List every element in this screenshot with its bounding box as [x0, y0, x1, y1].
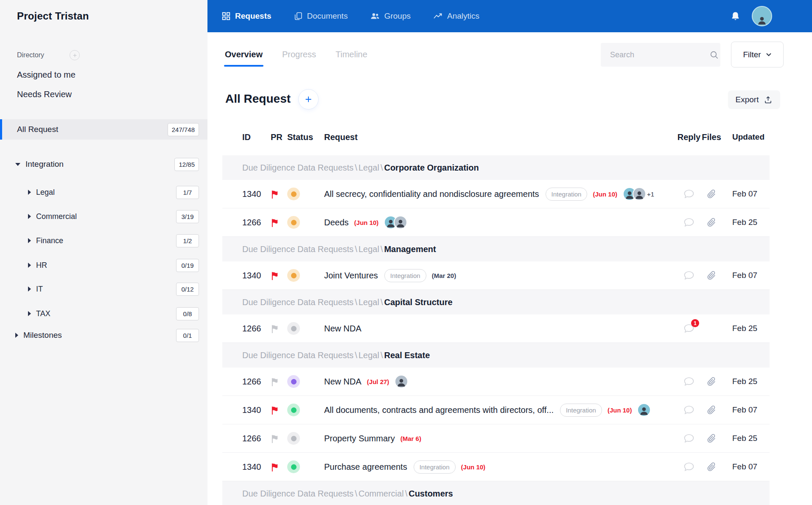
status-dot[interactable] — [287, 432, 300, 445]
tree-arrow-icon[interactable] — [15, 333, 18, 338]
paperclip-icon — [706, 376, 717, 387]
tree-arrow-icon[interactable] — [28, 238, 31, 243]
attachment-icon[interactable] — [706, 376, 717, 387]
attachment-icon[interactable] — [706, 270, 717, 281]
sidebar-item-count-badge: 0/12 — [176, 283, 199, 296]
paperclip-icon — [706, 462, 717, 472]
status-dot[interactable] — [287, 375, 300, 388]
group-row[interactable]: Due Diligence Data Requests\Legal\Manage… — [222, 237, 770, 261]
table-row[interactable]: 1266 Deeds (Jun 10) Feb 25 — [222, 208, 770, 237]
sidebar-item-tax[interactable]: TAX 0/8 — [0, 303, 207, 324]
attachment-icon[interactable] — [706, 405, 717, 415]
priority-flag-icon[interactable] — [271, 324, 280, 333]
tree-arrow-icon[interactable] — [28, 311, 31, 316]
sidebar-item-it[interactable]: IT 0/12 — [0, 278, 207, 300]
table-row[interactable]: 1340 All secrecy, confidentiality and no… — [222, 180, 770, 208]
priority-flag-icon[interactable] — [271, 377, 280, 386]
status-dot[interactable] — [287, 188, 300, 200]
reply-icon[interactable] — [683, 189, 694, 199]
nav-item-analytics[interactable]: Analytics — [433, 11, 479, 21]
sidebar-item-count-badge: 1/2 — [176, 234, 199, 247]
nav-item-requests[interactable]: Requests — [221, 11, 272, 21]
reply-icon[interactable]: 1 — [683, 323, 694, 334]
status-dot[interactable] — [287, 460, 300, 473]
nav-item-documents[interactable]: Documents — [294, 11, 348, 21]
search-box[interactable] — [601, 43, 720, 67]
tree-arrow-icon[interactable] — [28, 263, 31, 268]
priority-flag-icon[interactable] — [271, 218, 280, 227]
request-title: Property Summary — [324, 434, 395, 443]
sidebar-item-label: Integration — [25, 160, 64, 169]
due-date: (Jun 10) — [593, 191, 617, 198]
tab-timeline[interactable]: Timeline — [336, 32, 367, 77]
table-row[interactable]: 1266 New NDA (Jul 27) Feb 25 — [222, 368, 770, 396]
priority-flag-icon[interactable] — [271, 190, 280, 199]
reply-icon[interactable] — [683, 270, 694, 281]
add-request-button[interactable] — [298, 89, 319, 109]
sidebar-item-count-badge: 247/748 — [168, 123, 199, 136]
tab-progress[interactable]: Progress — [282, 32, 316, 77]
group-row[interactable]: Due Diligence Data Requests\Commercial\C… — [222, 481, 770, 505]
sidebar-item-legal[interactable]: Legal 1/7 — [0, 182, 207, 203]
sidebar-item-all-request[interactable]: All Request 247/748 — [0, 119, 207, 140]
paperclip-icon — [706, 270, 717, 281]
filter-button[interactable]: Filter — [731, 42, 784, 67]
status-dot[interactable] — [287, 216, 300, 229]
sidebar-item-finance[interactable]: Finance 1/2 — [0, 230, 207, 251]
group-row[interactable]: Due Diligence Data Requests\Legal\Real E… — [222, 343, 770, 368]
sidebar-item-commercial[interactable]: Commercial 3/19 — [0, 206, 207, 227]
tree-arrow-icon[interactable] — [15, 163, 20, 166]
reply-icon[interactable] — [683, 433, 694, 443]
flag-icon — [271, 218, 280, 227]
attachment-icon[interactable] — [706, 462, 717, 472]
request-id: 1266 — [242, 324, 271, 334]
sidebar-shortcut-label: Needs Review — [17, 90, 72, 99]
tree-arrow-icon[interactable] — [28, 214, 31, 219]
sidebar-item-hr[interactable]: HR 0/19 — [0, 255, 207, 276]
group-row[interactable]: Due Diligence Data Requests\Legal\Capita… — [222, 290, 770, 314]
export-icon — [764, 95, 773, 104]
notifications-button[interactable] — [730, 11, 741, 22]
sidebar-shortcut-assigned-to-me[interactable]: Assigned to me — [17, 70, 76, 80]
table-row[interactable]: 1340 Purchase agreements Integration (Ju… — [222, 453, 770, 481]
tab-overview[interactable]: Overview — [225, 32, 263, 77]
sidebar-item-integration[interactable]: Integration 12/85 — [0, 154, 207, 174]
add-directory-button[interactable] — [70, 50, 80, 60]
tree-arrow-icon[interactable] — [28, 286, 31, 292]
sidebar-shortcut-needs-review[interactable]: Needs Review — [17, 90, 72, 99]
status-dot[interactable] — [287, 269, 300, 282]
priority-flag-icon[interactable] — [271, 406, 280, 415]
directory-section: Directory — [17, 50, 80, 60]
paperclip-icon — [706, 405, 717, 415]
sub-header: OverviewProgressTimeline Filter — [207, 32, 812, 77]
table-row[interactable]: 1266 New NDA 1 Feb 25 — [222, 314, 770, 343]
reply-icon[interactable] — [683, 376, 694, 387]
table-row[interactable]: 1266 Property Summary (Mar 6) Feb 25 — [222, 424, 770, 453]
table-row[interactable]: 1340 Joint Ventures Integration (Mar 20)… — [222, 261, 770, 290]
priority-flag-icon[interactable] — [271, 434, 280, 443]
updated-date: Feb 07 — [724, 405, 770, 415]
reply-icon[interactable] — [683, 217, 694, 227]
search-icon — [709, 50, 719, 59]
attachment-icon[interactable] — [706, 433, 717, 443]
priority-flag-icon[interactable] — [271, 463, 280, 471]
export-button[interactable]: Export — [728, 90, 780, 109]
table-row[interactable]: 1340 All documents, contracts and agreem… — [222, 396, 770, 424]
group-row[interactable]: Due Diligence Data Requests\Legal\Corpor… — [222, 155, 770, 180]
request-id: 1340 — [242, 189, 271, 199]
reply-icon — [683, 462, 694, 472]
tree-arrow-icon[interactable] — [28, 190, 31, 195]
bell-icon — [730, 11, 741, 22]
reply-icon[interactable] — [683, 462, 694, 472]
attachment-icon[interactable] — [706, 217, 717, 227]
sidebar-item-milestones[interactable]: Milestones 0/1 — [0, 325, 207, 346]
nav-item-groups[interactable]: Groups — [370, 11, 411, 21]
priority-flag-icon[interactable] — [271, 271, 280, 280]
status-dot[interactable] — [287, 404, 300, 416]
search-input[interactable] — [609, 50, 709, 60]
sidebar-item-count-badge: 12/85 — [174, 158, 199, 171]
user-avatar[interactable] — [752, 6, 772, 26]
reply-icon[interactable] — [683, 405, 694, 415]
status-dot[interactable] — [287, 322, 300, 335]
attachment-icon[interactable] — [706, 189, 717, 199]
